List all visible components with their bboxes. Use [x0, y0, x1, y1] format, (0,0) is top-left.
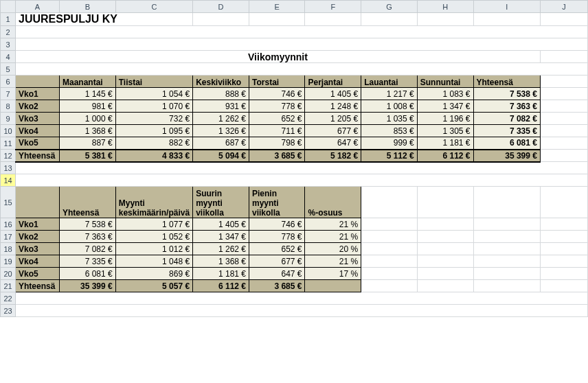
- t2-hdr-0[interactable]: Yhteensä: [59, 187, 115, 218]
- row-15[interactable]: 15: [1, 187, 16, 218]
- row-10[interactable]: 10: [1, 125, 16, 137]
- sheet-subtitle[interactable]: Viikomyynnit: [16, 51, 541, 63]
- row-19[interactable]: 19: [1, 255, 16, 268]
- col-D[interactable]: D: [193, 1, 249, 13]
- t2-total-label[interactable]: Yhteensä: [16, 280, 60, 292]
- t1-r0-c6[interactable]: 1 083 €: [417, 88, 473, 100]
- col-H[interactable]: H: [417, 1, 473, 13]
- row-23[interactable]: 23: [1, 305, 16, 317]
- col-J[interactable]: J: [540, 1, 587, 13]
- row-17[interactable]: 17: [1, 231, 16, 243]
- t1-hdr-fri[interactable]: Perjantai: [305, 76, 361, 88]
- row-1[interactable]: 1: [1, 13, 16, 26]
- select-all-corner[interactable]: [1, 1, 16, 13]
- column-header-row: A B C D E F G H I J: [1, 1, 588, 13]
- t2-hdr-3[interactable]: Pienin myynti viikolla: [249, 187, 305, 218]
- t1-r0-c2[interactable]: 888 €: [193, 88, 249, 100]
- t1-r0-c4[interactable]: 1 405 €: [305, 88, 361, 100]
- row-5[interactable]: 5: [1, 63, 16, 76]
- t1-r0-c1[interactable]: 1 054 €: [115, 88, 192, 100]
- t1-total-label[interactable]: Yhteensä: [16, 150, 60, 162]
- row-20[interactable]: 20: [1, 268, 16, 280]
- row-4[interactable]: 4: [1, 51, 16, 63]
- row-9[interactable]: 9: [1, 113, 16, 125]
- t1-hdr-sat[interactable]: Lauantai: [361, 76, 418, 88]
- col-B[interactable]: B: [59, 1, 115, 13]
- t1-r0-c3[interactable]: 746 €: [249, 88, 305, 100]
- col-G[interactable]: G: [361, 1, 418, 13]
- t2-hdr-2[interactable]: Suurin myynti viikolla: [193, 187, 249, 218]
- col-A[interactable]: A: [16, 1, 60, 13]
- row-3[interactable]: 3: [1, 38, 16, 51]
- row-2[interactable]: 2: [1, 26, 16, 38]
- row-22[interactable]: 22: [1, 292, 16, 305]
- t2-hdr-4[interactable]: %-osuus: [305, 187, 361, 218]
- t1-hdr-wed[interactable]: Keskiviikko: [193, 76, 249, 88]
- row-12[interactable]: 12: [1, 150, 16, 162]
- col-C[interactable]: C: [115, 1, 192, 13]
- t1-hdr-mon[interactable]: Maanantai: [59, 76, 115, 88]
- spreadsheet-grid[interactable]: A B C D E F G H I J 1 JUURESPULJU KY 2 3…: [0, 0, 588, 317]
- col-E[interactable]: E: [249, 1, 305, 13]
- t2-corner[interactable]: [16, 187, 60, 218]
- row-18[interactable]: 18: [1, 243, 16, 255]
- t1-hdr-tue[interactable]: Tiistai: [115, 76, 192, 88]
- t1-hdr-thu[interactable]: Torstai: [249, 76, 305, 88]
- col-F[interactable]: F: [305, 1, 361, 13]
- row-6[interactable]: 6: [1, 76, 16, 88]
- row-21[interactable]: 21: [1, 280, 16, 292]
- row-7[interactable]: 7: [1, 88, 16, 100]
- t1-r0-c5[interactable]: 1 217 €: [361, 88, 418, 100]
- t2-hdr-1[interactable]: Myynti keskimäärin/päivä: [115, 187, 192, 218]
- t1-hdr-sun[interactable]: Sunnuntai: [417, 76, 473, 88]
- row-13[interactable]: 13: [1, 162, 16, 174]
- row-11[interactable]: 11: [1, 137, 16, 150]
- row-8[interactable]: 8: [1, 100, 16, 113]
- t1-corner[interactable]: [16, 76, 60, 88]
- t1-r0-total[interactable]: 7 538 €: [473, 88, 540, 100]
- col-I[interactable]: I: [473, 1, 540, 13]
- company-title[interactable]: JUURESPULJU KY: [16, 13, 193, 26]
- t1-hdr-total[interactable]: Yhteensä: [473, 76, 540, 88]
- t1-r0-c0[interactable]: 1 145 €: [59, 88, 115, 100]
- row-16[interactable]: 16: [1, 218, 16, 231]
- row-14-selected[interactable]: 14: [1, 174, 16, 187]
- t1-r0-label[interactable]: Vko1: [16, 88, 60, 100]
